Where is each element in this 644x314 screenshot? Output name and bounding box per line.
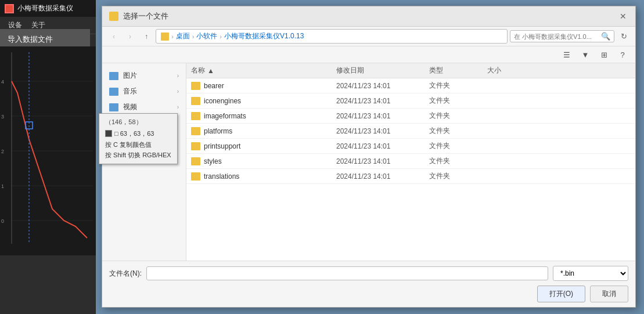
open-button[interactable]: 打开(O) [537, 286, 585, 302]
app-title: 小梅哥数据采集仪 [17, 3, 73, 13]
folder-imageformats-icon [191, 112, 200, 120]
dialog-title-bar: 选择一个文件 ✕ [102, 6, 635, 27]
color-copy-hint: 按 C 复制颜色值 [105, 140, 171, 150]
folder-bearer-icon [191, 82, 200, 90]
file-iconengines-date: 2024/11/23 14:01 [332, 97, 424, 105]
file-platforms-name: platforms [204, 127, 232, 135]
svg-text:0: 0 [1, 218, 4, 224]
nav-path-bar: › 桌面 › 小软件 › 小梅哥数据采集仪V1.0.13 [156, 29, 508, 44]
sidebar-item-music[interactable]: 音乐 › [102, 84, 186, 99]
filetype-select[interactable]: *.bin [553, 266, 628, 281]
header-type[interactable]: 类型 [424, 66, 483, 75]
file-styles-name: styles [204, 157, 222, 165]
file-row-styles[interactable]: styles 2024/11/23 14:01 文件夹 [186, 154, 635, 169]
sidebar-video-arrow: › [177, 104, 179, 110]
svg-text:1: 1 [1, 183, 4, 189]
file-row-bearer[interactable]: bearer 2024/11/23 14:01 文件夹 [186, 78, 635, 93]
color-shift-hint: 按 Shift 切换 RGB/HEX [105, 150, 171, 161]
nav-up-button[interactable]: ↑ [139, 30, 153, 44]
header-date[interactable]: 修改日期 [332, 66, 424, 75]
path-current[interactable]: 小梅哥数据采集仪V1.0.13 [224, 31, 304, 41]
sidebar-item-video[interactable]: 视频 › [102, 99, 186, 115]
file-bearer-date: 2024/11/23 14:01 [332, 82, 424, 90]
sidebar-video-label: 视频 [123, 102, 137, 112]
file-bearer-name: bearer [204, 82, 224, 90]
header-size[interactable]: 大小 [483, 66, 635, 75]
view-options-button[interactable]: ▼ [577, 48, 593, 62]
file-styles-type: 文件夹 [424, 156, 483, 166]
file-row-platforms[interactable]: platforms 2024/11/23 14:01 文件夹 [186, 124, 635, 139]
view-list-button[interactable]: ☰ [559, 48, 575, 62]
file-row-imageformats[interactable]: imageformats 2024/11/23 14:01 文件夹 [186, 109, 635, 124]
file-list-body: bearer 2024/11/23 14:01 文件夹 iconengines … [186, 78, 635, 261]
color-picker-tooltip: （146，58） □ 63，63，63 按 C 复制颜色值 按 Shift 切换… [99, 113, 178, 164]
nav-forward-button[interactable]: › [123, 30, 137, 44]
file-list-header: 名称 ▲ 修改日期 类型 大小 [186, 63, 635, 78]
file-row-printsupport[interactable]: printsupport 2024/11/23 14:01 文件夹 [186, 139, 635, 154]
path-folder-icon [161, 33, 169, 41]
file-translations-type: 文件夹 [424, 171, 483, 181]
app-window: 小梅哥数据采集仪 设备 关于 导入数据文件 保存数据文件 退出 4 3 2 1 … [0, 0, 96, 314]
cancel-button[interactable]: 取消 [590, 286, 628, 302]
help-button[interactable]: ? [614, 48, 631, 62]
file-dialog: 选择一个文件 ✕ ‹ › ↑ › 桌面 › 小软件 › 小梅哥数据采集仪V1.0… [102, 6, 636, 308]
file-printsupport-date: 2024/11/23 14:01 [332, 142, 424, 150]
file-bearer-type: 文件夹 [424, 81, 483, 91]
folder-iconengines-icon [191, 97, 200, 105]
file-row-iconengines[interactable]: iconengines 2024/11/23 14:01 文件夹 [186, 93, 635, 109]
nav-search-bar[interactable]: 🔍 [510, 30, 614, 42]
dialog-content: 图片 › 音乐 › 视频 › 新版片头单级 1123-7606+76 [102, 63, 635, 261]
file-platforms-date: 2024/11/23 14:01 [332, 127, 424, 135]
action-row: 打开(O) 取消 [109, 286, 628, 302]
chart-area: 4 3 2 1 0 [0, 46, 96, 255]
color-coords: （146，58） [105, 117, 171, 128]
file-translations-name: translations [204, 172, 239, 181]
svg-text:3: 3 [1, 114, 4, 120]
dialog-toolbar: ☰ ▼ ⊞ ? [102, 46, 635, 63]
folder-video-icon [109, 103, 118, 111]
filename-row: 文件名(N): *.bin [109, 266, 628, 281]
folder-printsupport-icon [191, 142, 200, 150]
filename-input[interactable] [146, 266, 548, 280]
svg-text:2: 2 [1, 149, 4, 154]
nav-refresh-button[interactable]: ↻ [617, 30, 631, 44]
file-imageformats-type: 文件夹 [424, 111, 483, 121]
nav-back-button[interactable]: ‹ [107, 30, 121, 44]
header-name[interactable]: 名称 ▲ [186, 66, 332, 75]
dialog-file-list: 名称 ▲ 修改日期 类型 大小 beare [186, 63, 635, 261]
file-translations-date: 2024/11/23 14:01 [332, 172, 424, 181]
color-value: □ 63，63，63 [114, 129, 154, 139]
sidebar-item-images[interactable]: 图片 › [102, 68, 186, 84]
folder-translations-icon [191, 172, 200, 181]
dialog-close-button[interactable]: ✕ [618, 11, 628, 21]
file-printsupport-type: 文件夹 [424, 141, 483, 151]
file-styles-date: 2024/11/23 14:01 [332, 157, 424, 165]
file-imageformats-date: 2024/11/23 14:01 [332, 112, 424, 120]
dialog-bottom: 文件名(N): *.bin 打开(O) 取消 [102, 261, 635, 307]
dialog-title-icon [109, 12, 118, 21]
app-title-bar: 小梅哥数据采集仪 [0, 0, 96, 17]
file-iconengines-type: 文件夹 [424, 96, 483, 106]
color-swatch-row: □ 63，63，63 [105, 129, 171, 139]
file-platforms-type: 文件夹 [424, 126, 483, 136]
view-large-button[interactable]: ⊞ [596, 48, 612, 62]
file-iconengines-name: iconengines [204, 97, 241, 105]
search-input[interactable] [514, 33, 599, 40]
color-swatch [105, 130, 112, 137]
path-software[interactable]: 小软件 [196, 31, 217, 41]
sidebar-music-arrow: › [177, 88, 179, 95]
folder-platforms-icon [191, 127, 200, 135]
filename-label: 文件名(N): [109, 269, 142, 279]
dialog-nav-bar: ‹ › ↑ › 桌面 › 小软件 › 小梅哥数据采集仪V1.0.13 🔍 ↻ [102, 27, 635, 46]
folder-styles-icon [191, 157, 200, 165]
dialog-title: 选择一个文件 [123, 11, 168, 21]
path-desktop[interactable]: 桌面 [176, 31, 190, 41]
file-imageformats-name: imageformats [204, 112, 246, 120]
app-icon [5, 4, 14, 13]
file-row-translations[interactable]: translations 2024/11/23 14:01 文件夹 [186, 169, 635, 184]
folder-images-icon [109, 72, 118, 80]
folder-music-icon [109, 88, 118, 96]
sidebar-images-arrow: › [177, 73, 179, 79]
svg-text:4: 4 [1, 79, 4, 85]
sidebar-music-label: 音乐 [123, 86, 137, 96]
